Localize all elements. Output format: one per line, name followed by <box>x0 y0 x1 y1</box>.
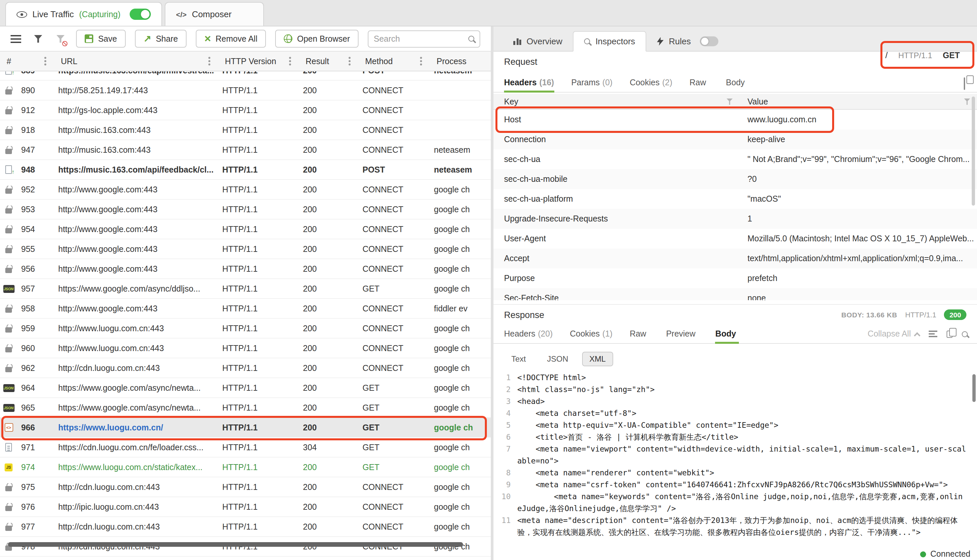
open-browser-button[interactable]: Open Browser <box>275 30 359 48</box>
response-tab[interactable]: Raw <box>630 324 649 343</box>
row-result: 200 <box>299 105 359 115</box>
header-row[interactable]: sec-ch-ua-mobile ?0 <box>493 169 977 189</box>
table-row[interactable]: 947 http://music.163.com:443 HTTP/1.1 20… <box>0 140 491 160</box>
table-row[interactable]: 976 http://ipic.luogu.com.cn:443 HTTP/1.… <box>0 497 491 517</box>
response-meta: BODY: 13.66 KB HTTP/1.1 200 <box>842 309 966 320</box>
column-header-process[interactable]: Process <box>430 52 491 71</box>
rules-toggle[interactable] <box>700 37 719 46</box>
table-row[interactable]: 962 http://cdn.luogu.com.cn:443 HTTP/1.1… <box>0 358 491 378</box>
response-tab[interactable]: Body <box>715 324 739 343</box>
table-row[interactable]: 956 http://www.google.com:443 HTTP/1.1 2… <box>0 259 491 279</box>
header-row[interactable]: Host www.luogu.com.cn <box>493 110 977 130</box>
table-row[interactable]: 964 https://www.google.com/async/newta..… <box>0 378 491 398</box>
header-row[interactable]: Purpose prefetch <box>493 268 977 288</box>
search-input[interactable] <box>374 34 464 43</box>
table-row[interactable]: 953 http://www.google.com:443 HTTP/1.1 2… <box>0 200 491 220</box>
table-row[interactable]: 974 https://www.luogu.com.cn/static/kate… <box>0 458 491 477</box>
response-controls: Collapse All <box>868 324 968 344</box>
header-row[interactable]: Sec-Fetch-Site none <box>493 288 977 300</box>
menu-button[interactable] <box>9 32 22 46</box>
capture-toggle[interactable] <box>130 8 151 20</box>
table-row[interactable]: 978 http://cdn.luogu.com.cn:443 HTTP/1.1… <box>0 537 491 557</box>
header-row[interactable]: sec-ch-ua " Not A;Brand";v="99", "Chromi… <box>493 149 977 169</box>
table-row[interactable]: 889 https://music.163.com/eapi/mlivestre… <box>0 72 491 81</box>
request-tab[interactable]: Cookies (2) <box>630 73 672 92</box>
row-number: 890 <box>17 86 54 95</box>
table-row[interactable]: 960 http://www.luogu.com.cn:443 HTTP/1.1… <box>0 338 491 358</box>
row-method: CONNECT <box>359 225 430 234</box>
filter-icon[interactable] <box>964 98 970 105</box>
header-row[interactable]: Upgrade-Insecure-Requests 1 <box>493 209 977 229</box>
share-button[interactable]: Share <box>135 30 187 48</box>
row-result: 200 <box>299 423 359 432</box>
value-column-header[interactable]: Value <box>742 97 977 106</box>
response-tab[interactable]: Cookies (1) <box>570 324 613 343</box>
column-header-http-version[interactable]: HTTP Version <box>218 52 299 71</box>
copy-icon[interactable] <box>947 330 952 338</box>
table-row[interactable]: 957 https://www.google.com/async/ddljso.… <box>0 279 491 299</box>
header-row[interactable]: Connection keep-alive <box>493 130 977 149</box>
copy-request-button[interactable] <box>964 78 965 90</box>
body-view-tab[interactable]: XML <box>582 352 613 366</box>
body-view-tab[interactable]: Text <box>504 352 533 366</box>
row-number: 954 <box>17 225 54 234</box>
column-header-url[interactable]: URL <box>54 52 218 71</box>
collapse-all-button[interactable]: Collapse All <box>868 329 919 338</box>
response-tab[interactable]: Preview <box>666 324 698 343</box>
search-icon[interactable] <box>962 331 968 337</box>
table-row[interactable]: 975 http://cdn.luogu.com.cn:443 HTTP/1.1… <box>0 477 491 497</box>
response-body-editor[interactable]: 1 <!DOCTYPE html> 2 <html class="no-js" … <box>493 372 977 560</box>
column-menu-icon[interactable] <box>44 60 46 62</box>
key-column-header[interactable]: Key <box>493 97 742 106</box>
horizontal-scrollbar[interactable] <box>8 542 463 547</box>
column-menu-icon[interactable] <box>349 60 351 62</box>
request-tab[interactable]: Body <box>726 73 747 92</box>
body-view-tab[interactable]: JSON <box>540 352 576 366</box>
code-scrollbar[interactable] <box>972 374 976 402</box>
tab-overview[interactable]: Overview <box>503 31 573 52</box>
table-row[interactable]: 918 http://music.163.com:443 HTTP/1.1 20… <box>0 120 491 140</box>
table-row[interactable]: 954 http://www.google.com:443 HTTP/1.1 2… <box>0 220 491 239</box>
vertical-scrollbar[interactable] <box>972 97 975 206</box>
column-header-method[interactable]: Method <box>359 52 430 71</box>
filter-icon[interactable] <box>726 98 733 105</box>
table-row[interactable]: 948 https://music.163.com/api/feedback/c… <box>0 160 491 180</box>
panel-splitter[interactable] <box>491 27 493 560</box>
code-text: <meta name="viewport" content="width=dev… <box>517 443 977 467</box>
request-tab[interactable]: Params (0) <box>571 73 613 92</box>
toggle-knob <box>141 10 149 18</box>
column-menu-icon[interactable] <box>208 60 210 62</box>
tab-live-traffic[interactable]: Live Traffic (Capturing) <box>5 2 162 26</box>
filter-button[interactable] <box>32 32 45 46</box>
table-row[interactable]: 952 http://www.google.com:443 HTTP/1.1 2… <box>0 180 491 200</box>
request-tab[interactable]: Raw <box>690 73 709 92</box>
table-row[interactable]: 955 http://www.google.com:443 HTTP/1.1 2… <box>0 239 491 259</box>
table-row[interactable]: 965 https://www.google.com/async/newta..… <box>0 398 491 418</box>
table-row[interactable]: 977 http://cdn.luogu.com.cn:443 HTTP/1.1… <box>0 517 491 537</box>
table-row[interactable]: 890 http://58.251.149.17:443 HTTP/1.1 20… <box>0 81 491 100</box>
word-wrap-icon[interactable] <box>929 331 937 337</box>
header-row[interactable]: sec-ch-ua-platform "macOS" <box>493 189 977 209</box>
tab-rules[interactable]: Rules <box>646 31 729 52</box>
row-url: https://music.163.com/api/feedback/cl... <box>54 165 218 174</box>
table-row[interactable]: 959 http://www.luogu.com.cn:443 HTTP/1.1… <box>0 319 491 338</box>
table-row[interactable]: 958 http://www.google.com:443 HTTP/1.1 2… <box>0 299 491 319</box>
column-menu-icon[interactable] <box>420 60 422 62</box>
response-tab[interactable]: Headers (20) <box>504 324 553 343</box>
tab-inspectors[interactable]: Inspectors <box>573 31 646 52</box>
column-header-result[interactable]: Result <box>299 52 359 71</box>
table-row[interactable]: 912 http://gs-loc.apple.com:443 HTTP/1.1… <box>0 100 491 120</box>
table-row[interactable]: 971 https://cdn.luogu.com.cn/fe/loader.c… <box>0 438 491 458</box>
tab-composer[interactable]: Composer <box>165 2 264 26</box>
remove-all-button[interactable]: Remove All <box>196 30 266 48</box>
header-row[interactable]: Accept text/html,application/xhtml+xml,a… <box>493 248 977 268</box>
header-row[interactable]: User-Agent Mozilla/5.0 (Macintosh; Intel… <box>493 229 977 248</box>
save-button[interactable]: Save <box>77 30 126 48</box>
row-method: GET <box>359 284 430 293</box>
column-header-number[interactable]: # <box>0 52 54 71</box>
code-line: 3 <head> <box>493 395 977 407</box>
column-menu-icon[interactable] <box>289 60 291 62</box>
clear-filter-button[interactable] <box>54 32 67 46</box>
request-tab[interactable]: Headers (16) <box>504 73 554 92</box>
table-row[interactable]: 966 https://www.luogu.com.cn/ HTTP/1.1 2… <box>0 418 491 438</box>
